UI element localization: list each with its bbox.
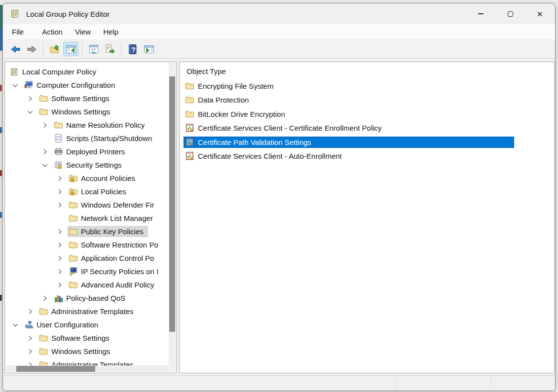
properties-icon xyxy=(88,44,99,54)
monitor-key-icon xyxy=(69,267,78,276)
list-item-certificate-services-client-auto-enrollment[interactable]: Certificate Services Client - Auto-Enrol… xyxy=(180,149,554,164)
minimize-button[interactable] xyxy=(466,3,495,24)
chevron-right-icon[interactable] xyxy=(56,281,64,289)
show-hide-console-tree-button[interactable] xyxy=(63,42,78,56)
tree-item-content: Deployed Printers xyxy=(53,146,129,157)
background-window-sliver xyxy=(0,170,2,176)
help-button[interactable]: ? xyxy=(125,42,140,56)
tree-item-windows-settings[interactable]: Windows Settings xyxy=(5,105,169,118)
chevron-right-icon[interactable] xyxy=(26,361,34,366)
tree-item-name-resolution-policy[interactable]: Name Resolution Policy xyxy=(5,118,169,132)
show-hide-action-pane-button[interactable] xyxy=(141,42,156,56)
menu-file[interactable]: File xyxy=(12,26,30,38)
tree-item-account-policies[interactable]: Account Policies xyxy=(5,172,169,185)
tree-vertical-scrollbar[interactable] xyxy=(169,63,176,365)
chevron-right-icon[interactable] xyxy=(26,95,34,103)
tree-item-user-configuration[interactable]: User Configuration xyxy=(5,318,169,331)
chevron-right-icon[interactable] xyxy=(56,254,64,262)
list-item-content: Certificate Services Client - Certificat… xyxy=(184,122,384,134)
tree-item-windows-settings[interactable]: Windows Settings xyxy=(5,345,169,358)
tree-item-advanced-audit-policy[interactable]: Advanced Audit Policy xyxy=(5,278,169,291)
maximize-icon xyxy=(508,11,513,17)
menu-help[interactable]: Help xyxy=(97,26,124,38)
chevron-right-icon[interactable] xyxy=(26,308,34,316)
object-type-column-header[interactable]: Object Type xyxy=(180,62,554,77)
list-item-content: Certificate Services Client - Auto-Enrol… xyxy=(184,150,344,162)
tree-item-public-key-policies[interactable]: Public Key Policies xyxy=(5,225,169,238)
tree-horizontal-scrollbar-thumb[interactable] xyxy=(16,366,95,372)
tree-item-label: Local Policies xyxy=(81,187,126,196)
tree-item-label: Deployed Printers xyxy=(66,147,125,156)
svg-text:?: ? xyxy=(131,45,136,53)
tree-item-content: Administrative Templates xyxy=(38,306,138,317)
certificate-icon xyxy=(185,151,194,161)
tree-item-software-restriction-po[interactable]: Software Restriction Po xyxy=(5,238,169,251)
chevron-right-icon[interactable] xyxy=(41,121,49,129)
tree-item-label: Name Resolution Policy xyxy=(66,121,145,129)
tree-horizontal-scrollbar[interactable] xyxy=(5,365,169,372)
tree-item-network-list-manager[interactable]: Network List Manager xyxy=(5,212,169,225)
results-pane: Object Type Encrypting File SystemData P… xyxy=(179,62,555,373)
chevron-right-icon[interactable] xyxy=(56,268,64,276)
maximize-button[interactable] xyxy=(495,3,525,24)
tree-item-administrative-templates[interactable]: Administrative Templates xyxy=(5,358,169,365)
close-button[interactable]: ✕ xyxy=(525,3,555,24)
list-item-certificate-path-validation-settings[interactable]: Certificate Path Validation Settings xyxy=(180,135,554,149)
chevron-right-icon[interactable] xyxy=(26,348,34,356)
chevron-right-icon[interactable] xyxy=(56,201,64,209)
background-window-sliver xyxy=(0,295,2,301)
chevron-right-icon[interactable] xyxy=(56,188,64,196)
close-icon: ✕ xyxy=(537,10,543,18)
tree-item-local-computer-policy[interactable]: Local Computer Policy xyxy=(5,65,169,78)
tree-item-label: Policy-based QoS xyxy=(66,294,125,302)
tree-item-software-settings[interactable]: Software Settings xyxy=(5,92,169,105)
tree-item-policy-based-qos[interactable]: Policy-based QoS xyxy=(5,291,169,305)
tree-item-content: Advanced Audit Policy xyxy=(68,279,158,290)
tree-item-content: Application Control Po xyxy=(68,252,158,264)
tree-item-label: Application Control Po xyxy=(81,254,154,262)
tree-item-local-policies[interactable]: Local Policies xyxy=(5,185,169,198)
tree-item-software-settings[interactable]: Software Settings xyxy=(5,331,169,345)
export-list-button[interactable] xyxy=(102,42,117,56)
chevron-right-icon[interactable] xyxy=(56,175,64,182)
chevron-down-icon[interactable] xyxy=(11,321,19,329)
qos-chart-icon xyxy=(54,293,63,303)
tree-vertical-scrollbar-thumb[interactable] xyxy=(169,76,175,332)
up-one-level-button[interactable] xyxy=(47,42,62,56)
tree-item-application-control-po[interactable]: Application Control Po xyxy=(5,251,169,265)
scripts-icon xyxy=(54,134,63,143)
list-item-bitlocker-drive-encryption[interactable]: BitLocker Drive Encryption xyxy=(180,107,554,121)
tree-item-windows-defender-fir[interactable]: Windows Defender Fir xyxy=(5,198,169,212)
tree-item-scripts-startup-shutdown[interactable]: Scripts (Startup/Shutdown xyxy=(5,132,169,145)
tree-item-label: Software Restriction Po xyxy=(81,241,158,249)
tree-item-label: Local Computer Policy xyxy=(22,68,96,76)
tree-item-content: Security Settings xyxy=(53,159,126,171)
list-item-encrypting-file-system[interactable]: Encrypting File System xyxy=(180,79,554,93)
tree-item-label: Computer Configuration xyxy=(37,81,115,89)
tree-item-ip-security-policies-on-i[interactable]: IP Security Policies on I xyxy=(5,265,169,278)
scrollbar-corner xyxy=(169,365,176,372)
chevron-right-icon[interactable] xyxy=(56,241,64,249)
tree-item-deployed-printers[interactable]: Deployed Printers xyxy=(5,145,169,158)
forward-button[interactable] xyxy=(24,42,39,56)
tree-item-label: Software Settings xyxy=(51,94,110,103)
back-button[interactable] xyxy=(8,42,23,56)
tree-item-content: Name Resolution Policy xyxy=(53,119,149,131)
chevron-down-icon[interactable] xyxy=(26,108,34,116)
properties-button[interactable] xyxy=(86,42,101,56)
chevron-right-icon[interactable] xyxy=(41,148,49,156)
menu-view[interactable]: View xyxy=(69,26,97,38)
list-item-certificate-services-client-certificate-enrollment-policy[interactable]: Certificate Services Client - Certificat… xyxy=(180,121,554,136)
tree-item-administrative-templates[interactable]: Administrative Templates xyxy=(5,305,169,318)
tree-item-computer-configuration[interactable]: Computer Configuration xyxy=(5,78,169,92)
chevron-right-icon[interactable] xyxy=(41,294,49,302)
tree-item-content: IP Security Policies on I xyxy=(68,266,163,277)
tree-item-security-settings[interactable]: Security Settings xyxy=(5,158,169,172)
chevron-right-icon[interactable] xyxy=(26,334,34,342)
list-item-label: Data Protection xyxy=(198,96,249,104)
menu-action[interactable]: Action xyxy=(36,26,69,38)
chevron-right-icon[interactable] xyxy=(56,228,64,236)
list-item-data-protection[interactable]: Data Protection xyxy=(180,93,554,107)
chevron-down-icon[interactable] xyxy=(41,161,49,169)
chevron-down-icon[interactable] xyxy=(11,81,19,89)
